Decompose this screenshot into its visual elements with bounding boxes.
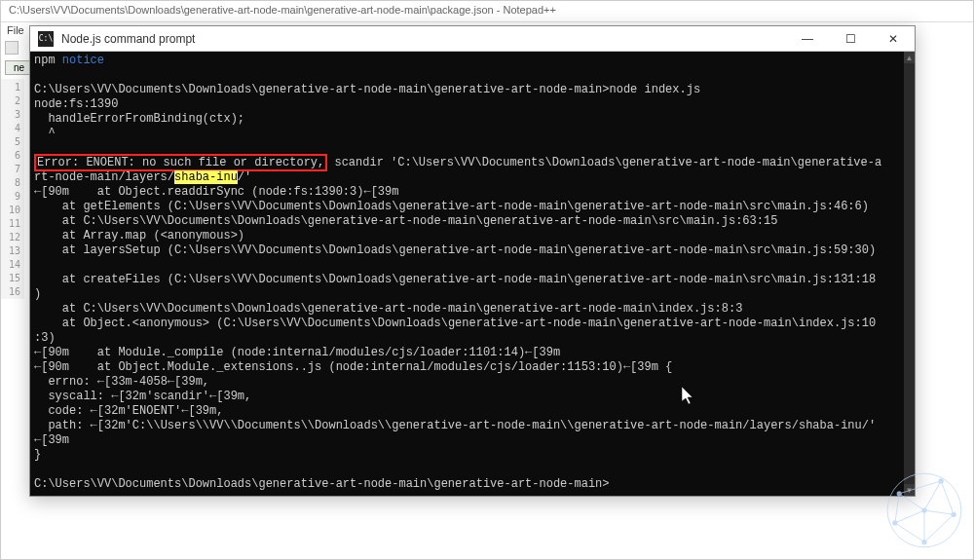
output-text: ←[39m xyxy=(34,433,69,447)
output-text: handleErrorFromBinding(ctx); xyxy=(34,112,244,126)
line-number: 10 xyxy=(1,204,20,217)
output-text: npm xyxy=(34,54,62,67)
output-text: ) xyxy=(34,287,41,301)
scroll-up-icon[interactable]: ▲ xyxy=(904,52,915,63)
line-number: 5 xyxy=(1,135,20,149)
output-text: } xyxy=(34,448,41,462)
output-text: rt-node-main/layers/ xyxy=(34,170,174,184)
output-text: node:fs:1390 xyxy=(34,97,118,111)
line-number: 2 xyxy=(1,94,20,108)
line-number: 1 xyxy=(1,81,20,94)
close-button[interactable]: ✕ xyxy=(872,26,915,52)
svg-point-14 xyxy=(921,540,926,544)
output-text: code: ←[32m'ENOENT'←[39m, xyxy=(34,404,223,418)
output-text: ←[90m at Object.readdirSync (node:fs:139… xyxy=(34,185,398,199)
line-number: 16 xyxy=(1,285,20,299)
svg-line-6 xyxy=(899,494,924,510)
cmd-output[interactable]: npm notice C:\Users\VV\Documents\Downloa… xyxy=(30,52,904,496)
output-text: scandir 'C:\Users\VV\Documents\Downloads… xyxy=(327,156,881,169)
notepadpp-title: C:\Users\VV\Documents\Downloads\generati… xyxy=(1,1,973,22)
scrollbar[interactable]: ▲ ▼ xyxy=(904,52,915,496)
svg-line-10 xyxy=(895,510,924,523)
line-number: 6 xyxy=(1,149,20,163)
svg-line-5 xyxy=(895,494,899,523)
notepadpp-gutter: 1 2 3 4 5 6 7 8 9 10 11 12 13 14 15 16 xyxy=(1,79,24,299)
output-text: ^ xyxy=(34,127,56,140)
svg-point-13 xyxy=(952,512,956,517)
output-text: ←[90m at Module._compile (node:internal/… xyxy=(34,346,560,359)
line-number: 4 xyxy=(1,122,20,135)
line-number: 15 xyxy=(1,272,20,285)
error-highlight-box: Error: ENOENT: no such file or directory… xyxy=(34,154,327,171)
svg-line-8 xyxy=(924,510,954,514)
highlighted-text: shaba-inu xyxy=(174,170,238,184)
svg-line-4 xyxy=(895,523,924,542)
minimize-button[interactable]: — xyxy=(786,26,829,52)
output-text: /' xyxy=(238,170,251,184)
line-number: 12 xyxy=(1,231,20,244)
output-text: at C:\Users\VV\Documents\Downloads\gener… xyxy=(34,214,777,228)
svg-point-12 xyxy=(939,478,944,483)
cmd-icon: C:\ xyxy=(38,31,54,47)
line-number: 3 xyxy=(1,108,20,122)
cmd-titlebar[interactable]: C:\ Node.js command prompt — ☐ ✕ xyxy=(30,26,915,52)
line-number: 14 xyxy=(1,258,20,272)
globe-logo-icon xyxy=(882,468,966,552)
line-number: 13 xyxy=(1,244,20,258)
output-text: at Object.<anonymous> (C:\Users\VV\Docum… xyxy=(34,317,876,330)
line-number: 8 xyxy=(1,176,20,190)
line-number: 9 xyxy=(1,190,20,204)
maximize-button[interactable]: ☐ xyxy=(829,26,872,52)
output-text: at Array.map (<anonymous>) xyxy=(34,229,244,243)
svg-point-11 xyxy=(897,491,902,496)
output-text: syscall: ←[32m'scandir'←[39m, xyxy=(34,390,251,403)
output-text: path: ←[32m'C:\\Users\\VV\\Documents\\Do… xyxy=(34,419,876,432)
output-text: at createFiles (C:\Users\VV\Documents\Do… xyxy=(34,273,876,286)
output-text: at getElements (C:\Users\VV\Documents\Do… xyxy=(34,200,869,213)
output-text: at C:\Users\VV\Documents\Downloads\gener… xyxy=(34,302,742,316)
svg-point-16 xyxy=(921,507,926,512)
output-text: at layersSetup (C:\Users\VV\Documents\Do… xyxy=(34,243,876,257)
output-text: C:\Users\VV\Documents\Downloads\generati… xyxy=(34,477,610,491)
toolbar-button[interactable] xyxy=(5,41,19,55)
line-number: 11 xyxy=(1,217,20,231)
output-text: :3) xyxy=(34,331,56,345)
svg-point-15 xyxy=(892,520,897,525)
output-text: ←[90m at Object.Module._extensions..js (… xyxy=(34,360,672,374)
output-text: errno: ←[33m-4058←[39m, xyxy=(34,375,209,389)
cmd-window: C:\ Node.js command prompt — ☐ ✕ npm not… xyxy=(29,25,916,497)
output-text: notice xyxy=(62,54,104,67)
output-text: C:\Users\VV\Documents\Downloads\generati… xyxy=(34,83,700,96)
cmd-title: Node.js command prompt xyxy=(61,32,786,46)
line-number: 7 xyxy=(1,163,20,176)
